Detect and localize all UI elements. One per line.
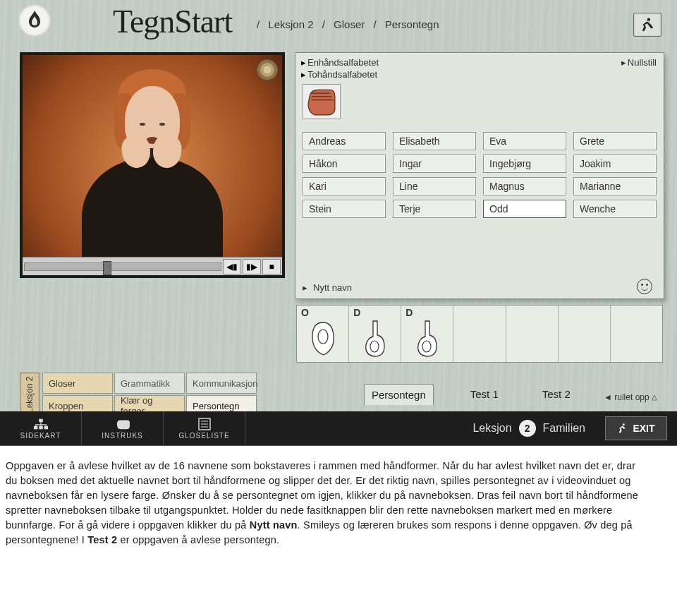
rolled-up-link[interactable]: ◄ rullet opp △	[604, 392, 657, 402]
lesson-side-tab[interactable]: Leksjon 2	[20, 373, 39, 416]
step-back-button[interactable]: ◀▮	[223, 259, 241, 274]
name-cell-håkon[interactable]: Håkon	[303, 155, 386, 173]
name-cell-ingar[interactable]: Ingar	[393, 155, 476, 173]
handshape-strip[interactable]: ODD	[296, 305, 663, 363]
name-cell-eva[interactable]: Eva	[483, 132, 566, 150]
name-cell-grete[interactable]: Grete	[573, 132, 657, 150]
video-area	[23, 55, 282, 257]
smiley-icon	[637, 279, 652, 294]
app-title: TegnStart	[113, 3, 232, 40]
tab-gloser[interactable]: Gloser	[42, 373, 113, 394]
flame-logo	[18, 4, 51, 37]
starting-handshape[interactable]	[303, 84, 341, 119]
sitemap-button[interactable]: SIDEKART	[0, 411, 82, 445]
running-person-icon	[617, 423, 628, 434]
name-panel: ▸Enhåndsalfabetet ▸Tohåndsalfabetet ▸Nul…	[295, 52, 664, 299]
name-cell-kari[interactable]: Kari	[303, 177, 386, 195]
spiral-icon	[257, 59, 278, 80]
name-cell-ingebjørg[interactable]: Ingebjørg	[483, 155, 566, 173]
alphabet-links: ▸Enhåndsalfabetet ▸Tohåndsalfabetet	[301, 57, 379, 81]
name-grid: AndreasElisabethEvaGreteHåkonIngarIngebj…	[303, 132, 657, 218]
running-person-icon	[640, 17, 655, 32]
sitemap-icon	[33, 418, 49, 430]
handshape-slot-5[interactable]	[559, 306, 611, 362]
activity-tab-test1[interactable]: Test 1	[463, 384, 506, 405]
footer-bar: SIDEKART INSTRUKS GLOSELISTE Leksjon 2 F…	[0, 411, 677, 445]
handshape-slot-3[interactable]	[453, 306, 506, 362]
name-cell-magnus[interactable]: Magnus	[483, 177, 566, 195]
pointing-hand-icon	[115, 418, 130, 430]
app-window: TegnStart / Leksjon 2 / Gloser / Persont…	[0, 0, 677, 446]
header: TegnStart / Leksjon 2 / Gloser / Persont…	[0, 0, 677, 49]
exit-door-button[interactable]	[633, 13, 661, 37]
video-controls: ◀▮ ▮▶ ■	[23, 257, 282, 275]
svg-rect-4	[39, 418, 43, 422]
handshape-slot-4[interactable]	[506, 306, 559, 362]
glossary-button[interactable]: GLOSELISTE	[164, 411, 245, 445]
sign-language-video-still	[78, 80, 226, 257]
stop-button[interactable]: ■	[262, 259, 281, 274]
play-button[interactable]: ▮▶	[243, 259, 261, 274]
name-cell-odd[interactable]: Odd	[483, 200, 566, 218]
breadcrumb: / Leksjon 2 / Gloser / Persontegn	[254, 18, 442, 30]
crumb-3[interactable]: Persontegn	[385, 18, 439, 30]
lesson-tabs: Leksjon 2 Gloser Grammatikk Kommunikasjo…	[20, 367, 257, 416]
scrubber[interactable]	[24, 262, 221, 271]
lesson-title: Leksjon 2 Familien	[472, 420, 585, 437]
page-icon	[197, 418, 212, 430]
name-cell-elisabeth[interactable]: Elisabeth	[393, 132, 476, 150]
page-description: Oppgaven er å avlese hvilket av de 16 na…	[6, 459, 640, 548]
crumb-1[interactable]: Leksjon 2	[268, 18, 313, 30]
exit-button[interactable]: EXIT	[605, 416, 667, 440]
name-cell-wenche[interactable]: Wenche	[573, 200, 657, 218]
crumb-2[interactable]: Gloser	[334, 18, 365, 30]
one-hand-alphabet-link[interactable]: ▸Enhåndsalfabetet	[301, 57, 379, 68]
lesson-tab-grid: Gloser Grammatikk Kommunikasjon Kroppen …	[42, 373, 257, 416]
lesson-number-badge: 2	[519, 420, 536, 437]
flame-icon	[26, 10, 43, 31]
activity-tab-test2[interactable]: Test 2	[535, 384, 578, 405]
name-cell-andreas[interactable]: Andreas	[303, 132, 386, 150]
svg-point-0	[647, 18, 650, 20]
new-name-link[interactable]: ▸Nytt navn	[303, 282, 352, 293]
activity-tabs: Persontegn Test 1 Test 2	[364, 384, 578, 405]
tab-grammatikk[interactable]: Grammatikk	[114, 373, 185, 394]
handshape-slot-6[interactable]	[611, 306, 662, 362]
video-panel: ◀▮ ▮▶ ■	[20, 52, 285, 278]
svg-rect-6	[39, 425, 43, 429]
name-cell-terje[interactable]: Terje	[393, 200, 476, 218]
handshape-slot-0[interactable]: O	[297, 306, 349, 362]
svg-rect-7	[44, 425, 48, 429]
name-cell-marianne[interactable]: Marianne	[573, 177, 657, 195]
activity-tab-persontegn[interactable]: Persontegn	[364, 384, 434, 405]
name-cell-joakim[interactable]: Joakim	[573, 155, 657, 173]
name-cell-stein[interactable]: Stein	[303, 200, 386, 218]
flat-hand-icon	[303, 83, 340, 120]
tab-kommunikasjon[interactable]: Kommunikasjon	[186, 373, 257, 394]
two-hand-alphabet-link[interactable]: ▸Tohåndsalfabetet	[301, 69, 379, 80]
handshape-slot-2[interactable]: D	[401, 306, 453, 362]
svg-point-12	[623, 423, 625, 425]
handshape-slot-1[interactable]: D	[349, 306, 401, 362]
instructions-button[interactable]: INSTRUKS	[82, 411, 164, 445]
reset-link[interactable]: ▸Nullstill	[621, 57, 657, 68]
svg-rect-5	[33, 425, 37, 429]
name-cell-line[interactable]: Line	[393, 177, 476, 195]
